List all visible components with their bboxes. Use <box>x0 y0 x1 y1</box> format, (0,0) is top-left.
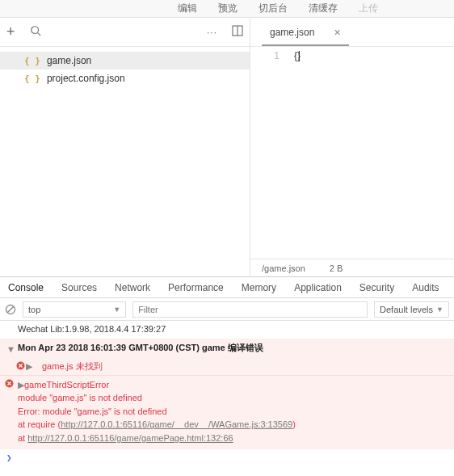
devtools-tabs: Console Sources Network Performance Memo… <box>0 277 454 298</box>
code-area[interactable]: {} <box>294 47 301 259</box>
stack-link[interactable]: http://127.0.0.1:65116/game/__dev__/WAGa… <box>61 419 292 429</box>
devtools: Console Sources Network Performance Memo… <box>0 276 454 476</box>
tab-performance[interactable]: Performance <box>166 280 225 295</box>
editor-tabbar: game.json × <box>250 18 454 47</box>
log-text: game.js 未找到 <box>42 361 103 371</box>
status-path: /game.json <box>262 263 305 273</box>
menu-upload[interactable]: 上传 <box>359 2 378 15</box>
line-gutter: 1 <box>250 47 294 259</box>
error-icon <box>5 379 14 388</box>
file-list: { } game.json { } project.config.json <box>0 47 250 276</box>
close-icon[interactable]: × <box>334 27 340 38</box>
tab-sources[interactable]: Sources <box>60 280 99 295</box>
menu-background[interactable]: 切后台 <box>259 2 288 15</box>
disclosure-triangle-icon[interactable]: ▶ <box>26 361 32 372</box>
file-name: project.config.json <box>47 73 125 84</box>
file-item-game-json[interactable]: { } game.json <box>0 52 250 70</box>
top-menu: 编辑 预览 切后台 清缓存 上传 <box>0 0 454 18</box>
code-content: {} <box>294 50 301 61</box>
search-icon[interactable] <box>30 25 41 39</box>
log-text: ) <box>292 419 296 429</box>
stack-link[interactable]: http://127.0.0.1:65116/game/gamePage.htm… <box>27 433 233 443</box>
console-body: Wechat Lib:1.9.98, 2018.4.4 17:39:27 ▼ M… <box>0 321 454 476</box>
json-icon: { } <box>24 74 40 84</box>
editor-statusbar: /game.json 2 B <box>250 259 454 276</box>
menu-clear-cache[interactable]: 清缓存 <box>309 2 338 15</box>
log-levels-select[interactable]: Default levels ▼ <box>374 301 449 318</box>
tab-security[interactable]: Security <box>358 280 396 295</box>
log-error-block: ▶gameThirdScriptError module "game.js" i… <box>0 376 454 450</box>
split-icon[interactable] <box>232 25 243 39</box>
levels-value: Default levels <box>380 305 433 314</box>
filter-input[interactable] <box>132 301 368 318</box>
log-line: Wechat Lib:1.9.98, 2018.4.4 17:39:27 <box>0 321 454 339</box>
chevron-down-icon: ▼ <box>113 305 120 314</box>
log-text: Mon Apr 23 2018 16:01:39 GMT+0800 (CST) … <box>18 343 263 352</box>
svg-line-1 <box>37 33 40 36</box>
menu-compile[interactable]: 编辑 <box>178 2 197 15</box>
tab-console[interactable]: Console <box>6 280 45 295</box>
log-error-line: ▶ game.js 未找到 <box>0 358 454 376</box>
log-text: module "game.js" is not defined <box>18 393 142 402</box>
status-size: 2 B <box>330 263 343 273</box>
menu-preview[interactable]: 预览 <box>218 2 238 15</box>
tab-label: game.json <box>270 27 314 38</box>
log-text: at require ( <box>18 419 61 429</box>
console-prompt[interactable] <box>0 449 454 466</box>
more-icon[interactable]: ··· <box>207 27 217 38</box>
tab-audits[interactable]: Audits <box>410 280 440 295</box>
log-text: at <box>18 433 27 443</box>
log-text: Error: module "game.js" is not defined <box>18 406 167 416</box>
clear-console-icon[interactable] <box>5 304 16 315</box>
context-select[interactable]: top ▼ <box>23 301 126 318</box>
add-icon[interactable]: + <box>6 23 15 40</box>
tab-memory[interactable]: Memory <box>240 280 278 295</box>
svg-point-0 <box>31 27 38 34</box>
svg-line-5 <box>7 306 14 313</box>
file-item-project-config[interactable]: { } project.config.json <box>0 70 250 87</box>
json-icon: { } <box>24 56 40 66</box>
log-group[interactable]: ▼ Mon Apr 23 2018 16:01:39 GMT+0800 (CST… <box>0 339 454 358</box>
file-name: game.json <box>47 55 91 66</box>
file-toolbar: + ··· <box>0 18 250 47</box>
console-toolbar: top ▼ Default levels ▼ <box>0 298 454 321</box>
tab-application[interactable]: Application <box>292 280 343 295</box>
file-panel: + ··· { } game.json { } project.config.j… <box>0 18 250 276</box>
editor-tab-game-json[interactable]: game.json × <box>262 20 349 46</box>
log-text: Wechat Lib:1.9.98, 2018.4.4 17:39:27 <box>18 324 166 334</box>
log-text: gameThirdScriptError <box>24 380 109 390</box>
editor-panel: game.json × 1 {} /game.json 2 B <box>250 18 454 276</box>
tab-network[interactable]: Network <box>113 280 152 295</box>
chevron-down-icon: ▼ <box>436 305 443 314</box>
editor-body[interactable]: 1 {} <box>250 47 454 259</box>
disclosure-triangle-icon[interactable]: ▼ <box>6 343 15 356</box>
context-value: top <box>28 305 40 314</box>
error-icon <box>16 361 25 370</box>
